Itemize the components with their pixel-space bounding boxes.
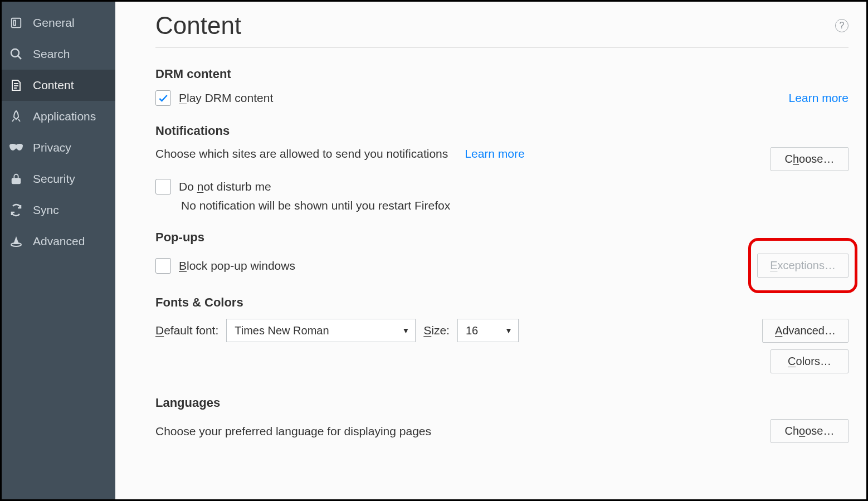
play-drm-checkbox-row[interactable]: Play DRM content bbox=[155, 90, 273, 106]
rocket-icon bbox=[8, 109, 24, 124]
sidebar: General Search Content Applications Priv… bbox=[2, 2, 115, 499]
dnd-sublabel: No notification will be shown until you … bbox=[181, 199, 849, 212]
drm-learn-more-link[interactable]: Learn more bbox=[789, 91, 849, 105]
sidebar-item-label: Search bbox=[33, 47, 70, 61]
page-title: Content bbox=[155, 12, 241, 40]
languages-section: Languages Choose your preferred language… bbox=[155, 396, 849, 443]
default-font-label: Default font: bbox=[155, 324, 218, 337]
play-drm-label: Play DRM content bbox=[179, 91, 273, 105]
fonts-colors-section: Fonts & Colors Default font: Times New R… bbox=[155, 295, 849, 373]
languages-choose-button[interactable]: Choose… bbox=[771, 419, 849, 443]
sidebar-item-general[interactable]: General bbox=[2, 7, 115, 38]
notifications-heading: Notifications bbox=[155, 124, 849, 138]
default-font-select[interactable]: Times New Roman ▼ bbox=[226, 319, 416, 342]
caret-down-icon: ▼ bbox=[402, 326, 409, 335]
font-size-value: 16 bbox=[466, 324, 478, 337]
svg-rect-7 bbox=[12, 178, 21, 183]
dnd-label: Do not disturb me bbox=[179, 180, 271, 193]
notifications-section: Notifications Choose which sites are all… bbox=[155, 124, 849, 212]
fonts-colors-heading: Fonts & Colors bbox=[155, 295, 849, 310]
block-popups-checkbox[interactable] bbox=[155, 258, 171, 274]
play-drm-checkbox[interactable] bbox=[155, 90, 171, 106]
sidebar-item-label: Applications bbox=[33, 110, 96, 123]
lock-icon bbox=[8, 171, 24, 187]
sidebar-item-sync[interactable]: Sync bbox=[2, 194, 115, 226]
main-content: Content ? DRM content Play DRM content L… bbox=[115, 2, 866, 499]
languages-heading: Languages bbox=[155, 396, 849, 410]
sidebar-item-label: Privacy bbox=[33, 141, 71, 154]
dnd-checkbox-row[interactable]: Do not disturb me bbox=[155, 179, 849, 194]
sidebar-item-label: Advanced bbox=[33, 235, 85, 248]
popups-section: Pop-ups Block pop-up windows Exceptions… bbox=[155, 230, 849, 278]
sidebar-item-label: Content bbox=[33, 79, 74, 92]
sidebar-item-label: Sync bbox=[33, 203, 59, 217]
search-icon bbox=[8, 46, 24, 62]
colors-button[interactable]: Colors… bbox=[771, 349, 849, 373]
sync-icon bbox=[8, 202, 24, 218]
notifications-learn-more-link[interactable]: Learn more bbox=[465, 147, 524, 160]
drm-heading: DRM content bbox=[155, 67, 849, 81]
block-popups-checkbox-row[interactable]: Block pop-up windows bbox=[155, 258, 295, 274]
languages-description: Choose your preferred language for displ… bbox=[155, 425, 431, 438]
svg-line-3 bbox=[18, 56, 21, 59]
size-label: Size: bbox=[423, 324, 450, 337]
popups-heading: Pop-ups bbox=[155, 230, 849, 245]
sidebar-item-label: General bbox=[33, 16, 75, 30]
svg-point-8 bbox=[11, 243, 21, 246]
default-font-value: Times New Roman bbox=[235, 324, 329, 337]
svg-rect-1 bbox=[13, 20, 16, 25]
svg-point-2 bbox=[11, 49, 19, 57]
document-icon bbox=[8, 77, 24, 93]
notifications-choose-button[interactable]: Choose… bbox=[771, 147, 849, 171]
popups-exceptions-button: Exceptions… bbox=[757, 254, 849, 278]
sidebar-item-applications[interactable]: Applications bbox=[2, 101, 115, 132]
wizard-hat-icon bbox=[8, 234, 24, 249]
sidebar-item-privacy[interactable]: Privacy bbox=[2, 132, 115, 163]
page-header: Content ? bbox=[155, 12, 849, 48]
drm-section: DRM content Play DRM content Learn more bbox=[155, 67, 849, 106]
font-size-select[interactable]: 16 ▼ bbox=[457, 319, 519, 342]
sidebar-item-content[interactable]: Content bbox=[2, 70, 115, 101]
caret-down-icon: ▼ bbox=[505, 326, 513, 335]
dnd-checkbox[interactable] bbox=[155, 179, 171, 194]
sidebar-item-search[interactable]: Search bbox=[2, 38, 115, 70]
sidebar-item-security[interactable]: Security bbox=[2, 163, 115, 194]
notifications-description: Choose which sites are allowed to send y… bbox=[155, 147, 448, 160]
block-popups-label: Block pop-up windows bbox=[179, 259, 295, 273]
general-icon bbox=[8, 15, 24, 31]
fonts-advanced-button[interactable]: Advanced… bbox=[762, 319, 849, 343]
help-icon[interactable]: ? bbox=[835, 19, 849, 32]
mask-icon bbox=[8, 140, 24, 155]
notifications-description-row: Choose which sites are allowed to send y… bbox=[155, 147, 525, 160]
sidebar-item-advanced[interactable]: Advanced bbox=[2, 226, 115, 257]
sidebar-item-label: Security bbox=[33, 172, 75, 186]
